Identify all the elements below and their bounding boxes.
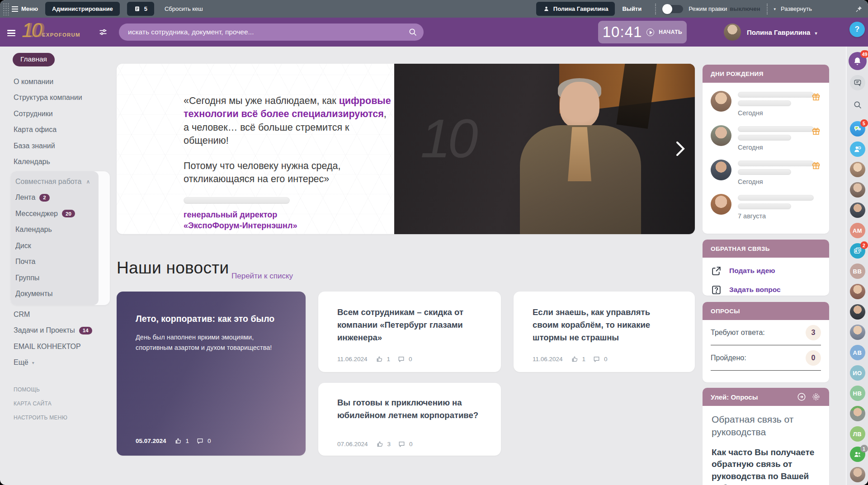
worktime-widget[interactable]: 10:41 НАЧАТЬ bbox=[598, 21, 687, 43]
news-goto-list-link[interactable]: Перейти к списку bbox=[231, 272, 293, 281]
ask-question-link[interactable]: Задать вопрос bbox=[703, 281, 829, 296]
comment-icon[interactable] bbox=[398, 440, 406, 448]
sidebar-link-sitemap[interactable]: КАРТА САЙТА bbox=[0, 396, 113, 410]
sidebar-item-groups[interactable]: Группы bbox=[13, 270, 110, 286]
bell-icon bbox=[852, 56, 863, 66]
like-icon[interactable] bbox=[175, 437, 182, 445]
recent-contact-avatar[interactable]: НВ bbox=[850, 386, 865, 401]
sidebar-item-crm[interactable]: CRM bbox=[0, 306, 113, 323]
logout-button[interactable]: Выйти bbox=[622, 5, 642, 12]
gift-icon[interactable] bbox=[811, 126, 821, 136]
recent-contact-avatar[interactable] bbox=[850, 162, 865, 177]
sidebar-item-disk[interactable]: Диск bbox=[13, 238, 110, 254]
notifications-button[interactable]: 49 bbox=[849, 52, 867, 70]
sidebar-item-more[interactable]: Ещё▾ bbox=[0, 355, 113, 371]
issues-counter-button[interactable]: 5 bbox=[127, 2, 154, 16]
hive-header: Улей: Опросы bbox=[703, 388, 829, 406]
dock-search-button[interactable] bbox=[850, 97, 865, 113]
recent-contact-avatar[interactable]: BB bbox=[850, 264, 865, 279]
help-button[interactable]: ? bbox=[849, 22, 865, 37]
hamburger-menu-icon[interactable] bbox=[7, 28, 15, 38]
sidebar-item-office-map[interactable]: Карта офиса bbox=[0, 122, 113, 138]
recent-contact-avatar[interactable] bbox=[850, 182, 865, 198]
recent-contact-avatar[interactable]: ИО bbox=[850, 365, 865, 381]
sidebar-group-title[interactable]: Совместная работа ∧ bbox=[13, 174, 110, 190]
sidebar-item-messenger[interactable]: Мессенджер20 bbox=[13, 206, 110, 222]
admin-user-button[interactable]: Полина Гаврилина bbox=[536, 2, 615, 16]
polls-need-answer-row[interactable]: Требуют ответа: 3 bbox=[711, 320, 821, 345]
user-avatar[interactable] bbox=[724, 24, 741, 41]
gift-icon[interactable] bbox=[811, 92, 821, 102]
slider-next-button[interactable] bbox=[671, 140, 689, 158]
recent-contact-avatar[interactable] bbox=[850, 325, 865, 340]
user-name: Полина Гаврилина bbox=[747, 28, 810, 36]
sidebar-item-tasks[interactable]: Задачи и Проекты14 bbox=[0, 323, 113, 339]
birthday-entry[interactable]: 7 августа bbox=[711, 189, 821, 224]
like-icon[interactable] bbox=[376, 355, 383, 363]
recent-contact-avatar[interactable] bbox=[850, 284, 865, 299]
polls-completed-row[interactable]: Пройдено: 0 bbox=[711, 345, 821, 371]
sidebar-link-help[interactable]: ПОМОЩЬ bbox=[0, 382, 113, 396]
sidebar-item-calendar-2[interactable]: Календарь bbox=[13, 222, 110, 238]
sidebar-item-knowledge-base[interactable]: База знаний bbox=[0, 138, 113, 154]
news-card[interactable]: Всем сотрудникам – скидка от компании «П… bbox=[318, 292, 501, 372]
sidebar-item-email-connector[interactable]: EMAIL КОННЕКТОР bbox=[0, 339, 113, 355]
comment-icon[interactable] bbox=[196, 437, 204, 445]
news-card[interactable]: Если знаешь, как управлять своим кораблё… bbox=[514, 292, 695, 372]
sidebar-link-configure-menu[interactable]: НАСТРОИТЬ МЕНЮ bbox=[0, 410, 113, 424]
sidebar-item-employees[interactable]: Сотрудники bbox=[0, 106, 113, 122]
news-card[interactable]: Вы готовы к приключению на юбилейном лет… bbox=[318, 383, 501, 456]
reset-cache-button[interactable]: Сбросить кеш bbox=[161, 5, 203, 12]
gear-icon[interactable] bbox=[811, 392, 821, 402]
admin-menu-button[interactable]: Меню bbox=[12, 5, 38, 13]
sidebar-item-calendar[interactable]: Календарь bbox=[0, 154, 113, 170]
sidebar-item-about[interactable]: О компании bbox=[0, 74, 113, 90]
sidebar-item-mail[interactable]: Почта bbox=[13, 254, 110, 270]
filter-sliders-icon[interactable] bbox=[99, 28, 108, 37]
group-chat-button[interactable]: 1 bbox=[850, 447, 865, 462]
go-to-arrow-icon[interactable] bbox=[797, 392, 807, 402]
recent-contact-avatar[interactable] bbox=[850, 202, 865, 218]
expand-button[interactable]: ▾ Развернуть bbox=[774, 5, 812, 12]
search-icon[interactable] bbox=[408, 28, 417, 37]
recent-contact-avatar[interactable] bbox=[850, 304, 865, 320]
recent-contact-avatar[interactable] bbox=[850, 406, 865, 421]
administration-button[interactable]: Администрирование bbox=[45, 2, 120, 16]
crm-card-button[interactable]: 2 bbox=[850, 243, 865, 259]
avatar[interactable] bbox=[711, 160, 731, 180]
like-count: 1 bbox=[582, 356, 586, 363]
comment-icon[interactable] bbox=[593, 355, 600, 363]
birthday-entry[interactable]: Сегодня bbox=[711, 86, 821, 121]
avatar[interactable] bbox=[711, 194, 731, 215]
sidebar-item-home[interactable]: Главная bbox=[13, 53, 55, 66]
sidebar-item-structure[interactable]: Структура компании bbox=[0, 90, 113, 106]
birthday-entry[interactable]: Сегодня bbox=[711, 121, 821, 155]
employee-time-button[interactable] bbox=[850, 141, 865, 157]
recent-contact-avatar[interactable]: ЛВ bbox=[850, 426, 865, 442]
messenger-dock-button[interactable]: 5 bbox=[850, 121, 865, 137]
like-icon[interactable] bbox=[376, 440, 384, 448]
user-menu[interactable]: Полина Гаврилина ▾ bbox=[747, 28, 819, 36]
birthday-entry[interactable]: Сегодня bbox=[711, 155, 821, 189]
admin-top-bar: Меню Администрирование 5 Сбросить кеш По… bbox=[0, 0, 868, 18]
submit-idea-link[interactable]: Подать идею bbox=[703, 262, 829, 280]
avatar[interactable] bbox=[711, 91, 731, 112]
pin-icon[interactable] bbox=[855, 5, 863, 13]
like-icon[interactable] bbox=[571, 355, 579, 363]
sidebar-item-documents[interactable]: Документы bbox=[13, 286, 110, 302]
birthdays-header: ДНИ РОЖДЕНИЯ bbox=[703, 65, 829, 83]
recent-contact-avatar[interactable] bbox=[850, 467, 865, 482]
feed-dock-button[interactable] bbox=[850, 75, 865, 90]
news-card-featured[interactable]: Лето, корпоратив: как это было День был … bbox=[117, 292, 306, 456]
edit-mode-toggle[interactable] bbox=[662, 5, 683, 13]
recent-contact-avatar[interactable]: AM bbox=[850, 223, 865, 238]
recent-contact-avatar[interactable]: AB bbox=[850, 345, 865, 360]
comment-icon[interactable] bbox=[397, 355, 405, 363]
messenger-dock-badge: 5 bbox=[860, 119, 868, 127]
gift-icon[interactable] bbox=[811, 160, 821, 170]
company-logo[interactable]: 10 EXPOFORUM bbox=[22, 20, 80, 40]
news-card-title: Если знаешь, как управлять своим кораблё… bbox=[533, 306, 677, 344]
sidebar-item-feed[interactable]: Лента2 bbox=[13, 190, 110, 206]
avatar[interactable] bbox=[711, 125, 731, 146]
search-input[interactable] bbox=[128, 28, 404, 36]
